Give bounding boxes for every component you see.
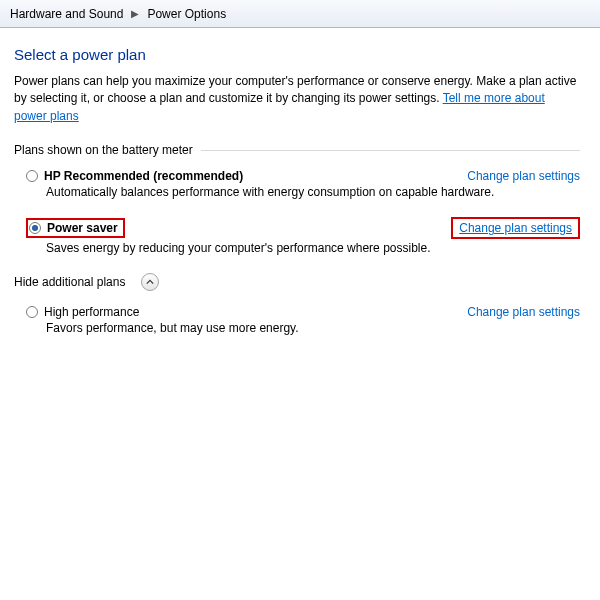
plan-select-high-performance[interactable]: High performance xyxy=(26,305,139,319)
intro-text: Power plans can help you maximize your c… xyxy=(14,73,580,125)
plan-select-hp-recommended[interactable]: HP Recommended (recommended) xyxy=(26,169,243,183)
plan-name: High performance xyxy=(44,305,139,319)
page-title: Select a power plan xyxy=(14,46,580,63)
collapse-button[interactable] xyxy=(141,273,159,291)
chevron-up-icon xyxy=(146,278,154,286)
change-plan-settings-link[interactable]: Change plan settings xyxy=(467,169,580,183)
plan-power-saver: Power saver Change plan settings Saves e… xyxy=(26,217,580,255)
radio-icon-selected xyxy=(29,222,41,234)
breadcrumb: Hardware and Sound ▶ Power Options xyxy=(0,0,600,28)
plan-desc: Automatically balances performance with … xyxy=(46,185,580,199)
radio-icon xyxy=(26,170,38,182)
additional-plans-label[interactable]: Hide additional plans xyxy=(0,275,125,289)
change-plan-settings-link[interactable]: Change plan settings xyxy=(459,221,572,235)
change-plan-settings-link[interactable]: Change plan settings xyxy=(467,305,580,319)
plan-name: Power saver xyxy=(47,221,118,235)
radio-icon xyxy=(26,306,38,318)
section-header-battery-plans: Plans shown on the battery meter xyxy=(14,143,580,157)
divider xyxy=(201,150,580,151)
plan-select-power-saver[interactable]: Power saver xyxy=(29,221,118,235)
breadcrumb-parent[interactable]: Hardware and Sound xyxy=(4,7,129,21)
plan-desc: Favors performance, but may use more ene… xyxy=(46,321,580,335)
plan-hp-recommended: HP Recommended (recommended) Change plan… xyxy=(26,169,580,199)
highlight-outline: Change plan settings xyxy=(451,217,580,239)
section-header-additional: Hide additional plans xyxy=(0,273,580,291)
plan-name: HP Recommended (recommended) xyxy=(44,169,243,183)
section-label: Plans shown on the battery meter xyxy=(14,143,193,157)
highlight-outline: Power saver xyxy=(26,218,125,238)
content-area: Select a power plan Power plans can help… xyxy=(0,28,600,335)
breadcrumb-current[interactable]: Power Options xyxy=(141,7,232,21)
plan-desc: Saves energy by reducing your computer's… xyxy=(46,241,580,255)
plan-high-performance: High performance Change plan settings Fa… xyxy=(26,305,580,335)
chevron-right-icon: ▶ xyxy=(129,8,141,19)
